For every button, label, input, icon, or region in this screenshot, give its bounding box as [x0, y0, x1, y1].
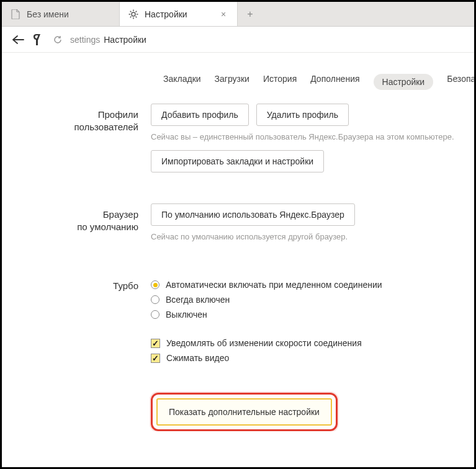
address-title: Настройки [104, 35, 146, 45]
address-bar[interactable]: settings Настройки [70, 35, 146, 45]
yandex-logo[interactable] [33, 34, 45, 45]
nav-history[interactable]: История [263, 74, 297, 90]
turbo-option-auto[interactable]: Автоматически включать при медленном сое… [151, 280, 474, 290]
import-button[interactable]: Импортировать закладки и настройки [151, 150, 324, 172]
settings-page: Закладки Загрузки История Дополнения Нас… [2, 53, 474, 431]
set-default-browser-button[interactable]: По умолчанию использовать Яндекс.Браузер [151, 203, 355, 226]
toolbar: settings Настройки [2, 27, 474, 53]
radio-icon [151, 280, 159, 289]
tab-title: Настройки [145, 9, 212, 19]
section-label: Профили пользователей [2, 104, 151, 179]
checkbox-icon [151, 354, 160, 363]
reload-icon[interactable] [53, 35, 63, 45]
page-icon [11, 9, 20, 19]
profiles-hint: Сейчас вы – единственный пользователь Ян… [151, 132, 474, 141]
address-prefix: settings [70, 35, 100, 45]
option-label: Выключен [166, 310, 207, 319]
svg-line-6 [136, 16, 137, 17]
turbo-compress-checkbox[interactable]: Сжимать видео [151, 353, 474, 363]
new-tab-button[interactable]: + [238, 2, 263, 26]
label-line: по умолчанию [77, 221, 138, 232]
svg-line-8 [136, 11, 137, 12]
label-line: Браузер [103, 209, 138, 220]
radio-icon [151, 310, 159, 319]
settings-nav: Закладки Загрузки История Дополнения Нас… [163, 64, 474, 104]
section-default-browser: Браузер по умолчанию По умолчанию исполь… [2, 203, 474, 250]
label-line: пользователей [74, 122, 138, 132]
nav-settings[interactable]: Настройки [374, 74, 434, 90]
turbo-option-always[interactable]: Всегда включен [151, 295, 474, 305]
tab-title: Без имени [27, 9, 110, 19]
section-label: Браузер по умолчанию [2, 203, 151, 250]
default-browser-hint: Сейчас по умолчанию используется другой … [151, 232, 474, 241]
gear-icon [128, 9, 138, 19]
svg-point-0 [132, 12, 135, 16]
label-line: Профили [98, 109, 138, 120]
svg-line-5 [130, 11, 132, 12]
advanced-highlight: Показать дополнительные настройки [151, 393, 338, 431]
tab-settings[interactable]: Настройки × [120, 2, 238, 26]
back-button[interactable] [11, 32, 25, 47]
option-label: Уведомлять об изменении скорости соедине… [166, 338, 362, 348]
option-label: Автоматически включать при медленном сое… [166, 280, 382, 290]
option-label: Всегда включен [166, 295, 230, 305]
add-profile-button[interactable]: Добавить профиль [151, 104, 249, 126]
nav-extensions[interactable]: Дополнения [310, 74, 359, 90]
tab-untitled[interactable]: Без имени [2, 2, 120, 26]
nav-security[interactable]: Безопасност [447, 74, 474, 90]
radio-icon [151, 295, 159, 304]
checkbox-icon [151, 339, 160, 348]
option-label: Сжимать видео [166, 353, 229, 363]
close-icon[interactable]: × [218, 9, 228, 19]
tab-strip: Без имени Настройки × + [2, 2, 474, 27]
nav-downloads[interactable]: Загрузки [215, 74, 249, 90]
svg-line-7 [130, 16, 132, 17]
nav-bookmarks[interactable]: Закладки [163, 74, 201, 90]
section-turbo: Турбо Автоматически включать при медленн… [2, 275, 474, 368]
turbo-notify-checkbox[interactable]: Уведомлять об изменении скорости соедине… [151, 338, 474, 348]
section-profiles: Профили пользователей Добавить профиль У… [2, 104, 474, 179]
turbo-option-off[interactable]: Выключен [151, 310, 474, 319]
show-advanced-button[interactable]: Показать дополнительные настройки [156, 398, 332, 426]
section-label: Турбо [2, 275, 151, 368]
remove-profile-button[interactable]: Удалить профиль [256, 104, 349, 126]
